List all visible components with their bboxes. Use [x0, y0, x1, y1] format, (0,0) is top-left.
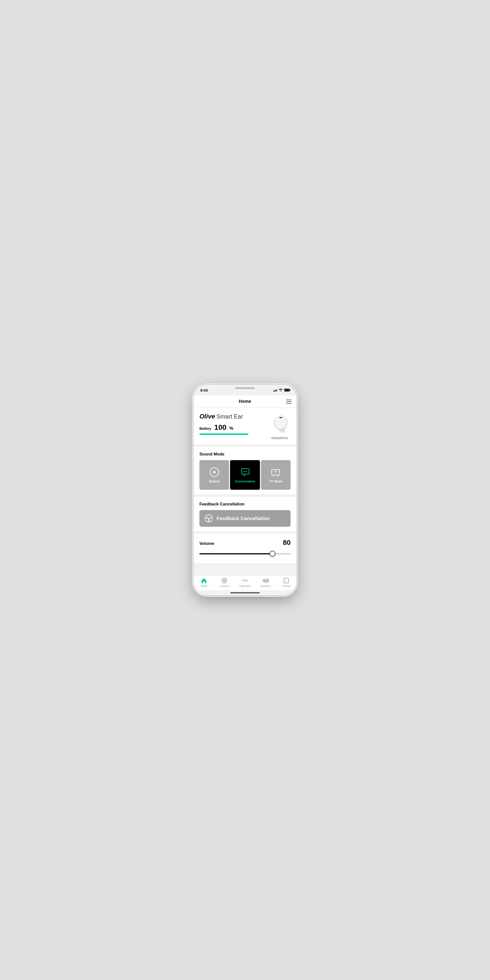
conversation-mode-icon [239, 467, 251, 477]
svg-point-7 [243, 471, 244, 472]
tv-mode-label: TV Mode [269, 479, 282, 483]
sound-mode-tv-button[interactable]: TV Mode [261, 460, 290, 490]
svg-point-9 [246, 471, 247, 472]
svg-rect-22 [284, 578, 289, 583]
phone-frame: 8:43 Home [193, 385, 297, 595]
hamburger-line-2 [286, 401, 292, 402]
logo-smart-ear: Smart Ear [217, 413, 243, 420]
bottom-nav: Home Connect Calibration [193, 575, 297, 590]
default-mode-label: Default [209, 479, 220, 483]
feedback-cancellation-title: Feedback Cancellation [200, 502, 290, 507]
status-bar: 8:43 [193, 385, 297, 396]
svg-text:i: i [285, 579, 286, 583]
home-bar [230, 592, 260, 593]
sound-mode-section: Sound Mode Default [193, 447, 297, 495]
battery-icon [284, 389, 290, 391]
volume-slider[interactable] [200, 550, 290, 557]
volume-section: Volume 80 [193, 534, 297, 563]
feedback-cancellation-button[interactable]: Feedback Cancellation [200, 510, 290, 527]
hamburger-icon[interactable] [286, 399, 292, 404]
default-mode-icon [209, 467, 220, 477]
device-top-row: Olive Smart Ear Battery 100 % [200, 413, 290, 440]
volume-fill [200, 553, 273, 554]
equalizer-icon [262, 578, 269, 584]
connect-icon [221, 578, 228, 584]
svg-rect-17 [263, 579, 263, 582]
svg-rect-2 [281, 428, 285, 433]
nav-item-equalizer[interactable]: Equalizer [255, 578, 276, 587]
home-indicator [193, 590, 297, 595]
feedback-cancellation-icon [204, 514, 213, 523]
device-card: Olive Smart Ear Battery 100 % [193, 408, 297, 445]
battery-percent-value: 100 [214, 423, 227, 431]
nav-label-tutorial: Tutorial [282, 585, 290, 587]
tutorial-icon: i [283, 578, 289, 584]
nav-item-tutorial[interactable]: i Tutorial [276, 578, 297, 587]
device-image-area: Olive(0014) [268, 413, 290, 440]
signal-icon [273, 389, 278, 391]
page-title: Home [239, 399, 251, 404]
nav-label-home: Home [201, 585, 207, 587]
volume-thumb[interactable] [270, 551, 275, 557]
svg-rect-20 [267, 578, 267, 582]
svg-point-16 [224, 580, 225, 581]
status-time: 8:43 [200, 388, 208, 392]
device-info: Olive Smart Ear Battery 100 % [200, 413, 268, 435]
app-content: Olive Smart Ear Battery 100 % [193, 408, 297, 575]
app-header: Home [193, 396, 297, 408]
app-screen: Home Olive Smart Ear Batter [193, 396, 297, 595]
sound-mode-title: Sound Mode [200, 452, 290, 457]
home-icon [201, 578, 207, 584]
nav-item-calibration[interactable]: Calibration [235, 578, 255, 587]
speaker-pill [235, 387, 255, 389]
sound-mode-default-button[interactable]: Default [200, 460, 229, 490]
conversation-mode-label: Conversation [235, 479, 255, 483]
device-logo: Olive Smart Ear [200, 413, 268, 420]
svg-rect-18 [264, 579, 265, 582]
svg-point-8 [244, 471, 246, 472]
svg-rect-19 [265, 580, 266, 583]
feedback-cancellation-button-label: Feedback Cancellation [217, 516, 270, 521]
battery-progress-fill [200, 433, 249, 435]
wifi-icon [279, 389, 283, 391]
feedback-cancellation-section: Feedback Cancellation Feedback Cancellat… [193, 497, 297, 532]
nav-label-equalizer: Equalizer [260, 585, 271, 587]
volume-value: 80 [283, 539, 290, 547]
status-icons [273, 389, 290, 391]
volume-title: Volume [200, 541, 214, 546]
hamburger-line-1 [286, 399, 292, 400]
svg-rect-21 [268, 579, 268, 582]
volume-header: Volume 80 [200, 539, 290, 547]
earpiece-image [268, 413, 290, 435]
battery-progress-bar [200, 433, 249, 435]
svg-rect-3 [279, 417, 282, 418]
nav-label-calibration: Calibration [239, 585, 251, 587]
volume-track [200, 553, 290, 554]
hamburger-line-3 [286, 403, 292, 404]
nav-item-connect[interactable]: Connect [214, 578, 235, 587]
sound-mode-grid: Default Conversation [200, 460, 290, 490]
nav-label-connect: Connect [220, 585, 229, 587]
sound-mode-conversation-button[interactable]: Conversation [230, 460, 260, 490]
logo-olive: Olive [200, 413, 215, 420]
scroll-spacer [193, 563, 297, 568]
device-name-label: Olive(0014) [271, 436, 287, 440]
svg-point-6 [213, 471, 215, 473]
calibration-icon [242, 578, 248, 584]
battery-row: Battery 100 % [200, 423, 268, 431]
battery-percent-sign: % [229, 426, 233, 431]
tv-mode-icon [270, 467, 281, 477]
svg-point-4 [279, 430, 281, 431]
battery-label: Battery [200, 426, 211, 431]
nav-item-home[interactable]: Home [193, 578, 214, 587]
